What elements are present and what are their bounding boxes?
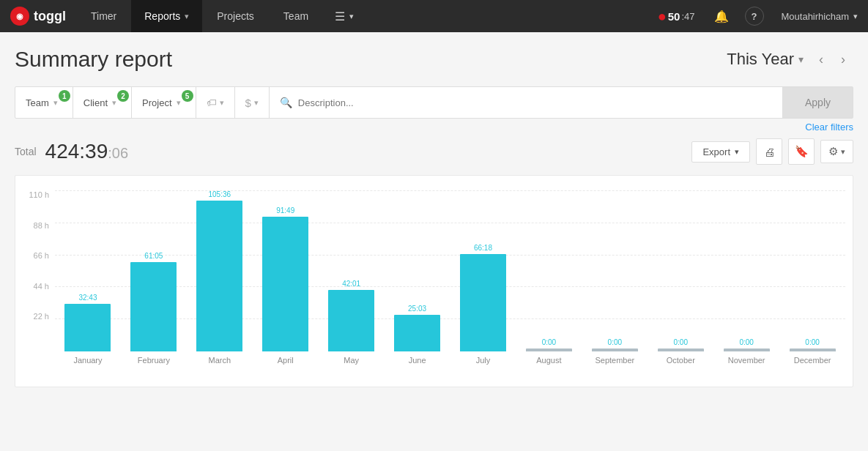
client-filter-btn[interactable]: Client ▾ 2 [73,87,132,118]
bell-icon: 🔔 [714,10,729,23]
print-btn[interactable]: 🖨 [756,138,782,165]
project-filter-chevron-icon: ▾ [177,98,181,108]
bar-value-label: 66:18 [474,244,492,252]
export-btn[interactable]: Export ▾ [691,141,750,163]
filter-bar: Team ▾ 1 Client ▾ 2 Project ▾ 5 🏷 ▾ $ ▾ … [15,86,853,119]
chart-month-col[interactable]: 32:43 [55,190,121,351]
settings-btn[interactable]: ⚙ ▾ [820,140,853,163]
logo-text: toggl [34,9,66,24]
chart-month-col[interactable]: 0:00 [648,190,713,351]
print-icon: 🖨 [764,146,775,158]
bar[interactable] [724,348,770,351]
team-badge: 1 [59,90,70,102]
chart-month-col[interactable]: 42:01 [319,190,385,351]
chart-month-col[interactable]: 91:49 [253,190,319,351]
client-filter-chevron-icon: ▾ [112,98,116,108]
bar[interactable] [790,348,836,351]
reports-chevron-icon: ▾ [185,12,189,21]
month-label: June [385,351,450,373]
next-year-btn[interactable]: › [833,49,853,70]
timer-suffix: :47 [681,11,694,22]
year-label[interactable]: This Year ▾ [727,50,804,69]
tags-filter-btn[interactable]: 🏷 ▾ [196,87,235,118]
bar[interactable] [196,201,242,351]
bookmark-btn[interactable]: 🔖 [788,138,815,165]
bar[interactable] [526,348,572,351]
projects-nav-btn[interactable]: Projects [202,0,269,32]
total-actions: Export ▾ 🖨 🔖 ⚙ ▾ [691,138,853,165]
bar-value-label: 32:43 [78,294,97,302]
apply-btn[interactable]: Apply [782,87,853,118]
amount-filter-btn[interactable]: $ ▾ [235,87,270,118]
help-icon-btn[interactable]: ? [745,7,764,26]
month-label: May [319,351,385,373]
team-filter-chevron-icon: ▾ [53,98,58,108]
tags-icon: 🏷 [207,97,217,108]
year-selector: This Year ▾ ‹ › [727,49,853,70]
month-label: September [582,351,648,373]
bar[interactable] [262,217,308,351]
month-label: April [253,351,319,373]
month-label: November [713,351,779,373]
search-filter: 🔍 [270,87,782,118]
clear-filters-row: Clear filters [15,122,853,133]
amount-chevron-icon: ▾ [254,98,259,108]
bar-value-label: 0:00 [608,338,622,346]
menu-icon: ☰ [335,10,345,23]
logo-icon: ◉ [10,7,29,26]
reports-nav-btn[interactable]: Reports ▾ [131,0,202,32]
month-label: March [187,351,253,373]
page-title: Summary report [15,47,172,72]
chart-month-col[interactable]: 0:00 [516,190,582,351]
chart-area: 110 h 88 h 66 h 44 h 22 h 0 32:4361:0510… [15,175,853,387]
logo-area[interactable]: ◉ toggl [0,0,76,32]
user-chevron-icon: ▾ [853,12,858,21]
bar[interactable] [592,348,638,351]
page-header: Summary report This Year ▾ ‹ › [15,47,853,72]
chart-month-col[interactable]: 25:03 [385,190,450,351]
bar[interactable] [460,254,506,351]
month-label: October [648,351,713,373]
menu-chevron-icon: ▾ [349,12,354,21]
chart-month-col[interactable]: 0:00 [582,190,648,351]
bookmark-icon: 🔖 [795,145,809,158]
chart-month-col[interactable]: 105:36 [187,190,253,351]
chart-month-col[interactable]: 61:05 [121,190,187,351]
bar[interactable] [328,290,374,351]
total-time-main: 424:39 [45,140,108,163]
month-label: December [779,351,845,373]
prev-year-btn[interactable]: ‹ [811,49,831,70]
total-time-seconds: :06 [108,145,128,161]
export-chevron-icon: ▾ [735,147,739,157]
year-nav-controls: ‹ › [811,49,853,70]
month-label: January [55,351,121,373]
bar[interactable] [658,348,704,351]
timer-nav-btn[interactable]: Timer [76,0,131,32]
bar-value-label: 61:05 [144,252,163,260]
team-filter-btn[interactable]: Team ▾ 1 [15,87,73,118]
total-time: 424:39:06 [45,140,128,163]
dollar-icon: $ [245,97,251,109]
bar-value-label: 91:49 [276,206,294,215]
timer-display: ● 50 :47 [648,9,705,23]
team-nav-btn[interactable]: Team [269,0,323,32]
tags-chevron-icon: ▾ [220,98,224,108]
month-label: February [121,351,187,373]
user-menu-btn[interactable]: Moutahirhicham ▾ [771,0,869,32]
timer-value: 50 [668,10,680,23]
bar[interactable] [394,315,440,351]
chart-month-col[interactable]: 0:00 [779,190,845,351]
bar[interactable] [130,262,177,351]
chart-month-col[interactable]: 66:18 [450,190,516,351]
month-label: August [516,351,582,373]
bell-icon-btn[interactable]: 🔔 [705,0,738,32]
question-icon: ? [752,11,757,22]
chart-month-col[interactable]: 0:00 [713,190,779,351]
project-filter-btn[interactable]: Project ▾ 5 [132,87,196,118]
gear-icon: ⚙ [828,145,838,158]
menu-nav-btn[interactable]: ☰ ▾ [323,0,366,32]
bar[interactable] [64,304,111,351]
clear-filters-link[interactable]: Clear filters [805,122,853,133]
search-input[interactable] [298,97,772,108]
bar-value-label: 0:00 [674,338,688,346]
